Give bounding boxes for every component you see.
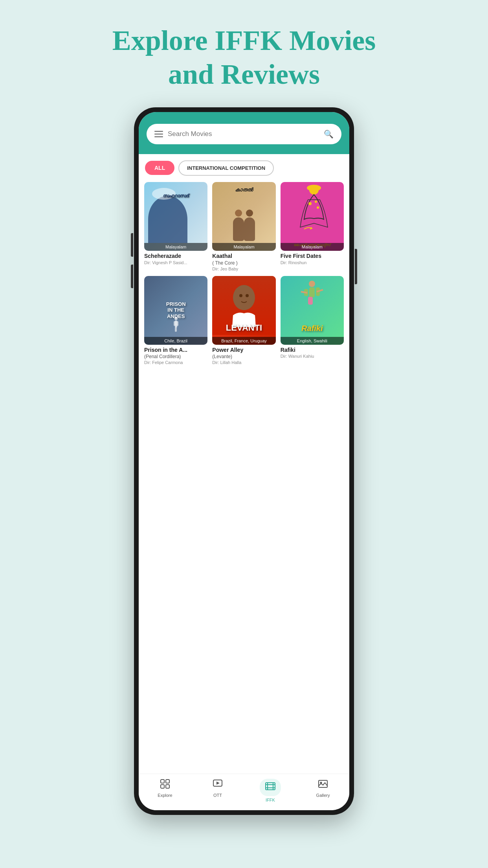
iffk-icon bbox=[265, 783, 275, 793]
nav-label-explore: Explore bbox=[158, 793, 172, 798]
svg-rect-15 bbox=[308, 297, 313, 305]
search-input[interactable] bbox=[168, 130, 319, 138]
nav-label-iffk: IFFK bbox=[266, 798, 275, 802]
nav-item-iffk[interactable]: IFFK bbox=[244, 779, 297, 802]
svg-point-13 bbox=[309, 281, 315, 287]
movie-title-prison: Prison in the A... bbox=[144, 347, 207, 353]
svg-point-1 bbox=[307, 185, 321, 191]
svg-rect-30 bbox=[273, 783, 273, 790]
movie-card-kaathal[interactable]: കാതൽ bbox=[212, 182, 275, 271]
movie-title-rafiki: Rafiki bbox=[281, 347, 344, 353]
language-badge-scheherazade: Malayalam bbox=[144, 243, 207, 251]
svg-point-11 bbox=[239, 294, 242, 297]
movie-card-scheherazade[interactable]: സഹറാസദ് Malayalam Scheherazade Dir: Vign… bbox=[144, 182, 207, 271]
movie-director-ffd: Dir: Rinoshun bbox=[281, 260, 344, 265]
movie-title-scheherazade: Scheherazade bbox=[144, 253, 207, 259]
tab-all[interactable]: ALL bbox=[145, 161, 174, 175]
hamburger-icon[interactable] bbox=[154, 131, 163, 137]
movie-director-kaathal: Dir: Jeo Baby bbox=[212, 267, 275, 271]
ffd-poster-art bbox=[294, 184, 330, 235]
svg-rect-27 bbox=[266, 784, 275, 785]
movie-director-rafiki: Dir: Wanuri Kahiu bbox=[281, 354, 344, 359]
levante-figure bbox=[228, 284, 260, 327]
ott-icon bbox=[213, 779, 223, 791]
movie-card-poweralley[interactable]: LEVANTI Brazil, France, Uruguay Power Al… bbox=[212, 276, 275, 365]
movie-title-kaathal: Kaathal bbox=[212, 253, 275, 259]
gallery-icon bbox=[318, 779, 328, 791]
movie-title-poweralley: Power Alley bbox=[212, 347, 275, 353]
movie-card-fivefirstdates[interactable]: ഫൈവ് ഫസ്റ്റ് ഡേറ്റ്സ് Malayalam Five Fir… bbox=[281, 182, 344, 271]
movie-director-poweralley: Dir: Lillah Halla bbox=[212, 360, 275, 365]
movies-content: സഹറാസദ് Malayalam Scheherazade Dir: Vign… bbox=[139, 182, 349, 774]
svg-rect-20 bbox=[161, 780, 164, 783]
movie-subtitle-poweralley: (Levante) bbox=[212, 354, 275, 359]
tab-intl-competition[interactable]: INTERNATIONAL COMPETITION bbox=[178, 160, 274, 176]
movie-subtitle-prison: (Penal Cordillera) bbox=[144, 354, 207, 359]
language-badge-kaathal: Malayalam bbox=[212, 243, 275, 251]
nav-label-ott: OTT bbox=[213, 793, 222, 798]
movie-card-rafiki[interactable]: Rafiki English, Swahili Rafiki Dir: Wanu… bbox=[281, 276, 344, 365]
svg-rect-14 bbox=[309, 287, 315, 297]
search-icon[interactable]: 🔍 bbox=[324, 129, 334, 139]
svg-marker-25 bbox=[216, 782, 220, 785]
svg-rect-8 bbox=[176, 321, 178, 326]
svg-rect-21 bbox=[166, 780, 169, 783]
phone-frame: 🔍 ALL INTERNATIONAL COMPETITION സഹറാസദ് … bbox=[134, 107, 354, 815]
nav-item-explore[interactable]: Explore bbox=[139, 779, 191, 802]
nav-item-ott[interactable]: OTT bbox=[191, 779, 244, 802]
language-badge-rafiki: English, Swahili bbox=[281, 337, 344, 345]
movies-grid: സഹറാസദ് Malayalam Scheherazade Dir: Vign… bbox=[144, 182, 344, 365]
svg-rect-22 bbox=[161, 785, 164, 788]
svg-rect-28 bbox=[266, 787, 275, 788]
language-badge-poweralley: Brazil, France, Uruguay bbox=[212, 337, 275, 345]
nav-item-gallery[interactable]: Gallery bbox=[297, 779, 349, 802]
nav-label-gallery: Gallery bbox=[316, 793, 330, 798]
movie-title-ffd: Five First Dates bbox=[281, 253, 344, 259]
svg-point-10 bbox=[233, 285, 255, 310]
bottom-nav: Explore OTT bbox=[139, 774, 349, 810]
movie-card-prison[interactable]: PRISONIN THEANDES bbox=[144, 276, 207, 365]
svg-point-3 bbox=[315, 200, 317, 203]
language-badge-ffd: Malayalam bbox=[281, 243, 344, 251]
svg-rect-29 bbox=[267, 783, 268, 790]
svg-rect-9 bbox=[175, 327, 177, 332]
movie-subtitle-kaathal: ( The Core ) bbox=[212, 260, 275, 266]
movie-director-prison: Dir: Felipe Carmona bbox=[144, 360, 207, 365]
page-title: Explore IFFK Movies and Reviews bbox=[87, 24, 401, 92]
svg-point-4 bbox=[317, 206, 319, 209]
svg-rect-26 bbox=[266, 783, 275, 790]
svg-point-2 bbox=[308, 202, 312, 205]
language-badge-prison: Chile, Brazil bbox=[144, 337, 207, 345]
explore-icon bbox=[160, 779, 170, 791]
svg-rect-7 bbox=[174, 321, 176, 326]
movie-director-scheherazade: Dir: Vignesh P Sasid... bbox=[144, 260, 207, 265]
filter-tabs: ALL INTERNATIONAL COMPETITION bbox=[139, 154, 349, 182]
svg-point-5 bbox=[174, 317, 178, 320]
search-bar[interactable]: 🔍 bbox=[147, 124, 341, 144]
rafiki-figure bbox=[296, 278, 328, 325]
svg-point-12 bbox=[246, 294, 249, 297]
svg-rect-23 bbox=[166, 785, 169, 788]
prison-figure bbox=[172, 316, 180, 332]
app-header: 🔍 bbox=[139, 112, 349, 154]
